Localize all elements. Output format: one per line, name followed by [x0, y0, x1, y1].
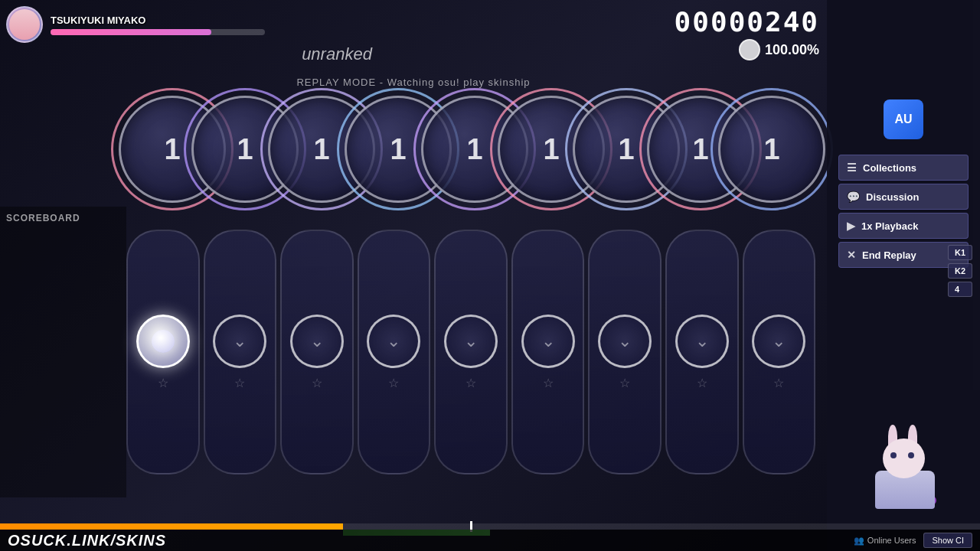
health-bar-fill [51, 29, 211, 35]
replay-mode-text: REPLAY MODE - Watching osu! play skinshi… [153, 77, 674, 88]
approach-ring-9 [710, 88, 833, 210]
k1-label: K1 [948, 245, 972, 260]
score-value: 00000240 [675, 6, 819, 37]
avatar-face [9, 9, 40, 40]
lane-4[interactable]: ⌄ ☆ [358, 230, 431, 474]
lane-5[interactable]: ⌄ ☆ [434, 230, 508, 474]
character-sprite [871, 425, 940, 509]
show-ci-label: Show CI [932, 536, 964, 545]
lane-star-6: ☆ [543, 376, 554, 390]
end-replay-icon: ✕ [847, 249, 856, 261]
lane-chevron-2: ⌄ [233, 331, 247, 351]
online-users-label: Online Users [867, 536, 916, 545]
playback-icon: ▶ [847, 220, 855, 232]
lane-chevron-5: ⌄ [464, 331, 478, 351]
lane-7[interactable]: ⌄ ☆ [588, 230, 662, 474]
eye-right [908, 452, 914, 458]
online-users-icon: 👥 [854, 536, 864, 546]
hit-circle-9: 1 [718, 96, 825, 203]
rank-status: unranked [0, 44, 674, 64]
health-bar [51, 29, 265, 35]
lane-key-8: ⌄ [675, 315, 729, 368]
playback-label: 1x Playback [861, 220, 918, 232]
lane-chevron-9: ⌄ [772, 331, 786, 351]
lane-star-8: ☆ [697, 376, 707, 390]
lane-chevron-6: ⌄ [541, 331, 555, 351]
lane-8[interactable]: ⌄ ☆ [665, 230, 739, 474]
discussion-icon: 💬 [847, 191, 860, 203]
timeline-orange [0, 523, 343, 530]
game-area: TSUKIYUKI MIYAKO unranked REPLAY MODE - … [0, 0, 827, 551]
lane-key-3: ⌄ [290, 315, 344, 368]
key-labels: K1 K2 4 [948, 245, 972, 297]
k4-label: 4 [948, 282, 972, 297]
lane-star-7: ☆ [619, 376, 630, 390]
lane-star-4: ☆ [388, 376, 399, 390]
hit-circles-area: 1 1 1 1 1 [119, 88, 823, 241]
lane-key-2: ⌄ [213, 315, 266, 368]
lane-key-9: ⌄ [752, 315, 805, 368]
discussion-label: Discussion [866, 191, 919, 203]
avatar [6, 6, 43, 43]
lane-star-3: ☆ [312, 376, 322, 390]
bottom-link: OSUCK.LINK/SKINS [8, 532, 166, 549]
collections-button[interactable]: ☰ Collections [838, 155, 969, 181]
lane-star-1: ☆ [158, 376, 168, 390]
collections-icon: ☰ [847, 161, 857, 174]
player-name: TSUKIYUKI MIYAKO [51, 15, 265, 26]
lane-star-5: ☆ [466, 376, 476, 390]
lane-3[interactable]: ⌄ ☆ [280, 230, 354, 474]
right-panel: AU ☰ Collections 💬 Discussion ▶ 1x Playb… [827, 0, 980, 551]
lane-key-6: ⌄ [521, 315, 575, 368]
lane-chevron-4: ⌄ [387, 331, 400, 351]
playback-button[interactable]: ▶ 1x Playback [838, 213, 969, 239]
lane-star-2: ☆ [234, 376, 245, 390]
head [883, 439, 925, 478]
lane-key-4: ⌄ [367, 315, 420, 368]
lane-chevron-7: ⌄ [618, 331, 632, 351]
k2-label: K2 [948, 263, 972, 279]
bottom-bar: OSUCK.LINK/SKINS 👥 Online Users Show CI [0, 530, 980, 551]
scoreboard-panel: SCOREBOARD [0, 207, 126, 497]
lane-6[interactable]: ⌄ ☆ [511, 230, 585, 474]
lane-key-1 [136, 315, 190, 368]
character-area [831, 425, 980, 509]
accuracy-row: 100.00% [675, 39, 819, 60]
player-info: TSUKIYUKI MIYAKO [6, 6, 265, 43]
score-display: 00000240 100.00% [675, 6, 819, 60]
lane-chevron-8: ⌄ [695, 331, 709, 351]
lane-key-5: ⌄ [444, 315, 498, 368]
lane-star-9: ☆ [773, 376, 784, 390]
lane-chevron-3: ⌄ [310, 331, 324, 351]
au-badge: AU [884, 99, 923, 139]
lane-key-7: ⌄ [598, 315, 652, 368]
lanes-container: ☆ ⌄ ☆ ⌄ ☆ ⌄ ☆ ⌄ ☆ [126, 230, 815, 474]
online-users-button[interactable]: 👥 Online Users [854, 536, 916, 546]
lane-2[interactable]: ⌄ ☆ [204, 230, 277, 474]
collections-label: Collections [863, 162, 916, 174]
accuracy-value: 100.00% [765, 42, 819, 58]
lane-9[interactable]: ⌄ ☆ [743, 230, 816, 474]
player-details: TSUKIYUKI MIYAKO [51, 15, 265, 35]
progress-timeline[interactable] [0, 523, 980, 530]
lane-1[interactable]: ☆ [126, 230, 200, 474]
bottom-controls: 👥 Online Users Show CI [854, 533, 972, 548]
scoreboard-title: SCOREBOARD [6, 213, 120, 223]
discussion-button[interactable]: 💬 Discussion [838, 184, 969, 210]
accuracy-circle [739, 39, 760, 60]
eye-left [890, 452, 897, 458]
end-replay-label: End Replay [862, 249, 916, 261]
show-ci-button[interactable]: Show CI [923, 533, 972, 548]
